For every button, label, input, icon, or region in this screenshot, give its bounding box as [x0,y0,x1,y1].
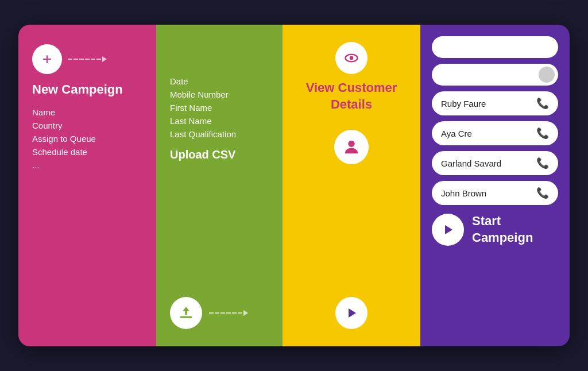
csv-field-date: Date [170,76,269,86]
contact-list: Ruby Faure 📞 Aya Cre 📞 Garland Savard 📞 … [432,91,558,205]
toggle-knob [539,67,555,83]
svg-marker-6 [349,308,356,318]
phone-icon-aya: 📞 [536,127,549,140]
play-icon-start [441,223,455,237]
phone-icon-john: 📞 [536,187,549,199]
start-campaign-row: Start Campeign [432,213,558,246]
start-campaign-label: Start Campeign [472,213,533,246]
view-customer-column: View Customer Details [283,25,420,346]
csv-field-mobile: Mobile Number [170,90,269,99]
svg-marker-7 [445,225,452,234]
plus-icon: + [42,50,52,68]
phone-icon-garland: 📞 [536,157,549,169]
svg-marker-2 [183,307,189,311]
field-assign-queue: Assign to Queue [32,134,142,144]
contact-name-aya: Aya Cre [441,129,472,138]
csv-field-list: Date Mobile Number First Name Last Name … [170,76,269,139]
contact-card-john[interactable]: John Brown 📞 [432,181,558,205]
contact-name-john: John Brown [441,188,486,198]
contact-card-aya[interactable]: Aya Cre 📞 [432,121,558,145]
new-campaign-title: New Campeign [32,82,142,97]
csv-field-qualification: Last Qualification [170,129,269,139]
person-icon-circle [334,130,369,164]
view-customer-title: View Customer Details [296,80,407,113]
csv-field-lastname: Last Name [170,116,269,126]
play-button-yellow[interactable] [335,297,368,329]
field-name: Name [32,107,142,117]
contact-card-ruby[interactable]: Ruby Faure 📞 [432,91,558,115]
arrow-to-green [68,56,107,62]
start-campaign-column: Ruby Faure 📞 Aya Cre 📞 Garland Savard 📞 … [420,25,570,346]
upload-csv-column: Date Mobile Number First Name Last Name … [156,25,283,346]
phone-icon-ruby: 📞 [536,97,549,110]
csv-field-firstname: First Name [170,103,269,113]
person-icon [342,137,361,157]
svg-rect-0 [180,316,192,318]
field-more: ... [32,160,142,170]
contact-card-garland[interactable]: Garland Savard 📞 [432,151,558,175]
add-campaign-button[interactable]: + [32,44,62,74]
contact-name-ruby: Ruby Faure [441,99,486,109]
yellow-bottom [335,297,368,329]
toggle-card[interactable] [432,64,558,86]
new-campaign-column: + New Campeign Name Country Assign to Qu… [18,25,156,346]
field-schedule-date: Schedule date [32,147,142,157]
eye-button[interactable] [335,42,368,74]
arrow-to-yellow [209,310,248,316]
contact-name-garland: Garland Savard [441,159,501,168]
upload-csv-label: Upload CSV [170,148,269,161]
start-campaign-button[interactable] [432,214,464,246]
play-icon-yellow [345,306,358,320]
top-bar-placeholder [432,36,558,58]
svg-point-5 [348,141,354,147]
upload-icon [178,305,194,321]
upload-button[interactable] [170,297,202,329]
eye-icon [343,50,359,66]
svg-point-4 [350,56,354,60]
campaign-fields: Name Country Assign to Queue Schedule da… [32,107,142,170]
add-arrow-row: + [32,44,142,74]
field-country: Country [32,121,142,130]
upload-bottom-row [170,297,269,329]
main-layout: + New Campeign Name Country Assign to Qu… [18,25,570,346]
